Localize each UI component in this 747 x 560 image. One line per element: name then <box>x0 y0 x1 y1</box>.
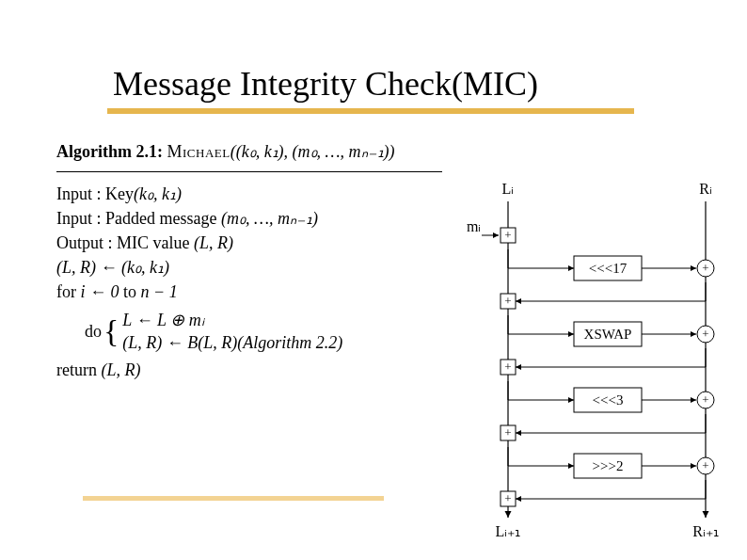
page-title: Message Integrity Check(MIC) <box>113 64 538 104</box>
algo-name-args: ((k₀, k₁), (m₀, …, mₙ₋₁)) <box>230 142 395 161</box>
footer-rule <box>83 496 384 501</box>
op-rot3: <<<3 <box>593 392 624 408</box>
input1-args: (k₀, k₁) <box>134 184 182 203</box>
step1: L ← L ⊕ mᵢ <box>122 309 342 331</box>
for-line: for i ← 0 to n − 1 <box>56 280 461 304</box>
do-keyword: do <box>85 319 102 344</box>
brace-icon: { <box>103 318 119 344</box>
svg-text:+: + <box>504 425 511 440</box>
svg-text:+: + <box>702 261 708 275</box>
label-Li1: Lᵢ₊₁ <box>496 523 521 539</box>
op-ror2: >>>2 <box>593 458 624 473</box>
output-args: (L, R) <box>194 233 233 252</box>
input2-args: (m₀, …, mₙ₋₁) <box>221 209 318 228</box>
svg-text:+: + <box>702 392 708 407</box>
label-Ri1: Rᵢ₊₁ <box>692 523 719 539</box>
algo-number: Algorithm 2.1: <box>56 142 163 161</box>
op-xswap: XSWAP <box>584 327 632 342</box>
input-line-1: Input : Key(k₀, k₁) <box>56 182 461 206</box>
label-mi: mᵢ <box>467 218 481 234</box>
svg-text:+: + <box>504 360 511 374</box>
input2-label: Input : Padded message <box>56 209 216 228</box>
svg-text:+: + <box>504 491 511 505</box>
svg-text:+: + <box>702 327 708 341</box>
svg-text:+: + <box>504 228 511 242</box>
output-label: Output : MIC value <box>56 233 190 252</box>
init-line: (L, R) ← (k₀, k₁) <box>56 255 461 280</box>
op-rot17: <<<17 <box>589 261 628 276</box>
block-diagram: Lᵢ Rᵢ mᵢ + + + + + + + + + <box>461 179 724 546</box>
input-line-2: Input : Padded message (m₀, …, mₙ₋₁) <box>56 206 461 231</box>
algo-name: Michael <box>167 142 230 161</box>
do-block: do { L ← L ⊕ mᵢ (L, R) ← B(L, R)(Algorit… <box>56 309 461 355</box>
slide: Message Integrity Check(MIC) Algorithm 2… <box>0 0 747 560</box>
step2: (L, R) ← B(L, R)(Algorithm 2.2) <box>122 331 342 354</box>
input1-label: Input : Key <box>56 184 134 203</box>
algorithm-block: Algorithm 2.1: Michael((k₀, k₁), (m₀, …,… <box>56 139 461 382</box>
return-line: return (L, R) <box>56 358 461 382</box>
svg-text:+: + <box>702 458 708 472</box>
label-Li: Lᵢ <box>502 181 515 197</box>
title-rule <box>107 108 634 114</box>
algorithm-header: Algorithm 2.1: Michael((k₀, k₁), (m₀, …,… <box>56 139 461 164</box>
svg-text:+: + <box>504 294 511 308</box>
label-Ri: Rᵢ <box>699 181 712 197</box>
algo-header-rule <box>56 171 442 172</box>
output-line: Output : MIC value (L, R) <box>56 231 461 255</box>
